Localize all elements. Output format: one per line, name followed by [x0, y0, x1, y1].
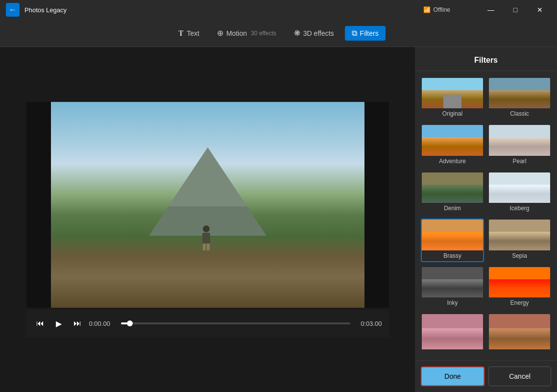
mountain-silhouette — [149, 147, 266, 236]
filter-thumb-adventure — [422, 125, 483, 155]
filters-icon: ⧉ — [352, 29, 357, 38]
time-total: 0:03.00 — [355, 320, 382, 327]
filters-grid: Original Classic Adventure Pearl Denim — [415, 71, 557, 360]
minimize-button[interactable]: — — [480, 2, 502, 18]
filter-thumb-sepia — [489, 220, 550, 250]
maximize-button[interactable]: □ — [504, 2, 527, 18]
filters-label: Filters — [360, 29, 379, 37]
3deffects-tool-button[interactable]: ❋ 3D effects — [287, 25, 341, 41]
filter-sepia[interactable]: Sepia — [488, 219, 551, 262]
progress-bar[interactable] — [121, 322, 350, 324]
filter-thumb-original — [422, 78, 483, 108]
offline-label: Offline — [434, 6, 450, 13]
motion-label: Motion — [226, 29, 247, 37]
title-bar: ← Photos Legacy 📶 Offline — □ ✕ — [0, 0, 557, 20]
progress-thumb — [127, 320, 133, 326]
done-button[interactable]: Done — [421, 367, 484, 386]
filter-inky[interactable]: Inky — [421, 266, 484, 309]
video-preview — [51, 102, 364, 308]
filter-thumb-pearl — [489, 125, 550, 155]
filter-thumb-brassy — [422, 220, 483, 250]
app-title: Photos Legacy — [24, 6, 423, 14]
filter-more2[interactable] — [488, 313, 551, 354]
filter-thumb-iceberg — [489, 172, 550, 203]
filter-more1[interactable] — [421, 313, 484, 354]
person-body — [202, 233, 210, 244]
text-icon: 𝐓 — [178, 29, 184, 38]
filter-pearl[interactable]: Pearl — [488, 124, 551, 167]
offline-badge: 📶 Offline — [423, 6, 450, 13]
scene-background — [51, 102, 364, 308]
3deffects-label: 3D effects — [303, 29, 334, 37]
motion-tool-button[interactable]: ⊕ Motion 30 effects — [210, 25, 283, 41]
filter-thumb-denim — [422, 172, 483, 203]
play-button[interactable]: ▶ — [52, 317, 66, 330]
back-button[interactable]: ← — [6, 3, 20, 17]
filter-thumb-more1 — [422, 314, 483, 349]
back-icon: ← — [9, 5, 17, 14]
text-label: Text — [187, 29, 199, 37]
offline-icon: 📶 — [423, 6, 431, 13]
video-area: ⏮ ▶ ⏭ 0:00.00 0:03.00 — [0, 47, 415, 392]
filter-name-sepia: Sepia — [512, 250, 527, 261]
filters-footer: Done Cancel — [415, 360, 557, 392]
rewind-button[interactable]: ⏮ — [33, 317, 47, 330]
step-forward-button[interactable]: ⏭ — [71, 317, 84, 330]
filter-name-classic: Classic — [510, 108, 529, 119]
filter-name-energy: Energy — [510, 297, 529, 308]
close-button[interactable]: ✕ — [529, 2, 551, 18]
person-silhouette — [201, 225, 211, 250]
toolbar: 𝐓 Text ⊕ Motion 30 effects ❋ 3D effects … — [0, 20, 557, 47]
person-legs — [201, 244, 211, 250]
filter-name-pearl: Pearl — [512, 156, 526, 167]
filter-energy[interactable]: Energy — [488, 266, 551, 309]
3deffects-icon: ❋ — [294, 28, 300, 38]
filter-denim[interactable]: Denim — [421, 172, 484, 215]
filter-name-iceberg: Iceberg — [509, 203, 529, 214]
filter-name-adventure: Adventure — [439, 156, 466, 167]
filter-thumb-more2 — [489, 314, 550, 349]
person-leg-left — [203, 244, 206, 250]
filter-name-brassy: Brassy — [443, 250, 461, 261]
window-controls: — □ ✕ — [480, 2, 551, 18]
filter-iceberg[interactable]: Iceberg — [488, 172, 551, 215]
video-container — [26, 102, 389, 308]
filter-thumb-classic — [489, 78, 550, 108]
text-tool-button[interactable]: 𝐓 Text — [171, 26, 206, 41]
person-leg-right — [207, 244, 210, 250]
motion-effects-count: 30 effects — [251, 30, 276, 37]
filter-original[interactable]: Original — [421, 77, 484, 120]
progress-fill — [121, 322, 130, 324]
video-controls: ⏮ ▶ ⏭ 0:00.00 0:03.00 — [26, 310, 389, 337]
cancel-button[interactable]: Cancel — [488, 367, 551, 386]
filter-classic[interactable]: Classic — [488, 77, 551, 120]
time-current: 0:00.00 — [89, 320, 116, 327]
filter-name-denim: Denim — [444, 203, 461, 214]
filter-adventure[interactable]: Adventure — [421, 124, 484, 167]
filter-name-original: Original — [442, 108, 462, 119]
filters-panel: Filters Original Classic Adventure Pearl — [415, 47, 557, 392]
person-head — [203, 225, 210, 232]
filter-thumb-energy — [489, 267, 550, 297]
motion-icon: ⊕ — [217, 28, 223, 38]
main-area: ⏮ ▶ ⏭ 0:00.00 0:03.00 Filters Original — [0, 47, 557, 392]
filter-brassy[interactable]: Brassy — [421, 219, 484, 262]
filters-panel-title: Filters — [415, 47, 557, 71]
filter-thumb-inky — [422, 267, 483, 297]
filter-name-inky: Inky — [447, 297, 458, 308]
filters-tool-button[interactable]: ⧉ Filters — [345, 26, 386, 41]
